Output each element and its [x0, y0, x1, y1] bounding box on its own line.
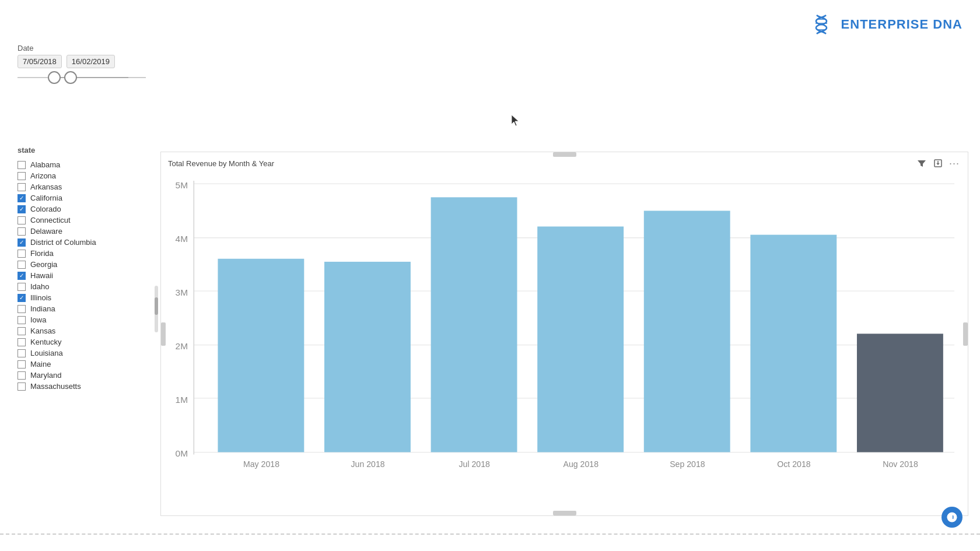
- state-name: Indiana: [30, 304, 55, 313]
- date-values: 7/05/2018 16/02/2019: [18, 55, 146, 68]
- state-name: District of Columbia: [30, 238, 96, 247]
- state-item[interactable]: Delaware: [18, 226, 158, 237]
- bar-may-2018[interactable]: [218, 259, 304, 452]
- state-item[interactable]: Indiana: [18, 303, 158, 314]
- state-item[interactable]: Kansas: [18, 325, 158, 336]
- state-item[interactable]: Idaho: [18, 281, 158, 292]
- state-name: Idaho: [30, 282, 50, 291]
- state-checkbox[interactable]: [18, 250, 26, 258]
- chart-more-button[interactable]: ···: [948, 157, 961, 170]
- state-item[interactable]: Maine: [18, 359, 158, 370]
- chart-actions: ···: [915, 157, 961, 170]
- logo-text: ENTERPRISE DNA: [841, 17, 963, 32]
- svg-text:5M: 5M: [176, 180, 188, 190]
- state-name: Colorado: [30, 205, 61, 213]
- state-checkbox[interactable]: [18, 272, 26, 280]
- svg-text:Nov 2018: Nov 2018: [883, 459, 918, 469]
- state-checkbox[interactable]: [18, 283, 26, 291]
- svg-text:May 2018: May 2018: [243, 459, 279, 469]
- chart-filter-button[interactable]: [915, 157, 928, 170]
- state-checkbox[interactable]: [18, 305, 26, 313]
- state-name: Delaware: [30, 227, 62, 236]
- state-item[interactable]: Kentucky: [18, 336, 158, 348]
- state-item[interactable]: Arizona: [18, 170, 158, 181]
- state-item[interactable]: Iowa: [18, 314, 158, 325]
- chart-drag-right[interactable]: [963, 322, 968, 346]
- chart-title: Total Revenue by Month & Year: [168, 159, 274, 168]
- state-item[interactable]: Massachusetts: [18, 381, 158, 392]
- svg-text:2M: 2M: [176, 341, 188, 351]
- state-checkbox[interactable]: [18, 349, 26, 357]
- state-checkbox[interactable]: [18, 294, 26, 302]
- state-item[interactable]: Colorado: [18, 203, 158, 215]
- scroll-indicator[interactable]: [155, 286, 158, 332]
- state-item[interactable]: District of Columbia: [18, 237, 158, 248]
- subscribe-icon: [946, 511, 958, 523]
- state-item[interactable]: Georgia: [18, 259, 158, 270]
- state-checkbox[interactable]: [18, 261, 26, 269]
- state-item[interactable]: Arkansas: [18, 181, 158, 192]
- state-name: Iowa: [30, 315, 46, 324]
- scroll-thumb[interactable]: [155, 297, 158, 315]
- date-end[interactable]: 16/02/2019: [66, 55, 115, 68]
- svg-text:0M: 0M: [176, 448, 188, 458]
- chart-svg-wrapper: 5M 4M 3M 2M 1M 0M May 2018 Jun 2018 Jul …: [161, 172, 968, 512]
- state-name: Hawaii: [30, 271, 53, 280]
- state-checkbox[interactable]: [18, 360, 26, 368]
- slider-thumb-left[interactable]: [48, 71, 61, 84]
- svg-text:Jun 2018: Jun 2018: [351, 459, 385, 469]
- logo-area: ENTERPRISE DNA: [807, 10, 963, 38]
- state-checkbox[interactable]: [18, 216, 26, 224]
- svg-text:Oct 2018: Oct 2018: [777, 459, 810, 469]
- chart-container: Total Revenue by Month & Year ··· 5M 4M …: [160, 152, 968, 516]
- bar-sep-2018[interactable]: [644, 210, 730, 452]
- state-checkbox[interactable]: [18, 316, 26, 324]
- chart-drag-top[interactable]: [553, 152, 576, 157]
- state-checkbox[interactable]: [18, 238, 26, 247]
- logo-dna: DNA: [933, 17, 963, 31]
- chart-export-button[interactable]: [932, 157, 944, 170]
- state-checkbox[interactable]: [18, 172, 26, 180]
- state-item[interactable]: Connecticut: [18, 215, 158, 226]
- state-name: Maryland: [30, 371, 61, 380]
- state-item[interactable]: Louisiana: [18, 348, 158, 359]
- date-start[interactable]: 7/05/2018: [18, 55, 62, 68]
- state-name: Florida: [30, 249, 54, 258]
- state-item[interactable]: Illinois: [18, 292, 158, 303]
- logo-enterprise: ENTERPRISE: [841, 17, 929, 31]
- state-checkbox[interactable]: [18, 161, 26, 169]
- bar-jun-2018[interactable]: [324, 262, 411, 452]
- svg-text:3M: 3M: [176, 287, 188, 297]
- state-checkbox[interactable]: [18, 382, 26, 391]
- state-checkbox[interactable]: [18, 371, 26, 380]
- state-name: Georgia: [30, 260, 57, 269]
- svg-text:1M: 1M: [176, 395, 188, 405]
- state-checkbox[interactable]: [18, 338, 26, 346]
- chart-drag-left[interactable]: [161, 322, 166, 346]
- bar-nov-2018[interactable]: [857, 334, 943, 452]
- date-filter: Date 7/05/2018 16/02/2019: [18, 44, 146, 83]
- state-item[interactable]: Maryland: [18, 370, 158, 381]
- date-slider[interactable]: [18, 72, 146, 83]
- bar-aug-2018[interactable]: [537, 226, 624, 452]
- state-name: Louisiana: [30, 349, 63, 357]
- slider-thumb-right[interactable]: [64, 71, 77, 84]
- state-item[interactable]: Alabama: [18, 159, 158, 170]
- state-name: Arizona: [30, 171, 56, 180]
- state-item[interactable]: Florida: [18, 248, 158, 259]
- svg-text:Sep 2018: Sep 2018: [670, 459, 705, 469]
- state-checkbox[interactable]: [18, 205, 26, 213]
- state-item[interactable]: Hawaii: [18, 270, 158, 281]
- state-checkbox[interactable]: [18, 327, 26, 335]
- state-filter-header: state: [18, 146, 158, 155]
- subscribe-button[interactable]: [942, 507, 963, 528]
- date-label: Date: [18, 44, 146, 52]
- state-item[interactable]: California: [18, 192, 158, 203]
- chart-drag-bottom[interactable]: [553, 511, 576, 515]
- state-checkbox[interactable]: [18, 194, 26, 202]
- state-checkbox[interactable]: [18, 183, 26, 191]
- state-checkbox[interactable]: [18, 227, 26, 236]
- state-name: Connecticut: [30, 216, 71, 224]
- bar-oct-2018[interactable]: [750, 235, 836, 452]
- bar-jul-2018[interactable]: [431, 197, 517, 452]
